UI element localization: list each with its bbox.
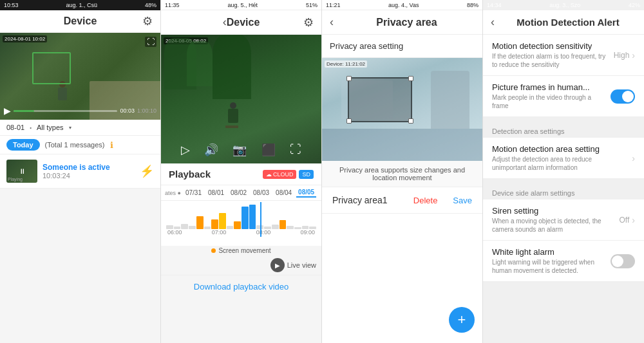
progress-fill-1 xyxy=(14,110,34,112)
screen-movement-text: Screen movement xyxy=(218,247,270,254)
device-header-2: ‹ Device ⚙ xyxy=(161,10,321,35)
filter-date-1[interactable]: 08-01 xyxy=(6,124,24,131)
filter-types-1[interactable]: All types xyxy=(37,124,64,131)
chevron-detection-area: › xyxy=(632,153,635,163)
settings-item-sensitivity[interactable]: Motion detection sensitivity If the dete… xyxy=(483,35,644,76)
date-2: aug. 5., Hét xyxy=(227,2,258,8)
toggle-frames[interactable] xyxy=(611,89,635,104)
sd-badge[interactable]: SD xyxy=(299,170,314,179)
camera-icons-1: ⛶ xyxy=(145,37,156,47)
privacy-box[interactable] xyxy=(348,77,412,122)
save-button[interactable]: Save xyxy=(453,196,472,205)
section-label-alarm: Device side alarm settings xyxy=(483,184,644,199)
t-bar-7 xyxy=(211,219,218,229)
activity-thumb-label: Playing xyxy=(8,177,23,181)
activity-item-1[interactable]: ⏸ Playing Someone is active 10:03:24 ⚡ xyxy=(0,154,160,189)
white-light-desc: Light warning will be triggered when hum… xyxy=(492,258,605,275)
cam-icon-fullscreen[interactable]: ⛶ xyxy=(145,37,156,47)
panel-device-2: 11:35 aug. 5., Hét 51% ‹ Device ⚙ 2024-0… xyxy=(161,0,322,343)
settings-section-detection: Motion detection area setting Adjust the… xyxy=(483,138,644,179)
status-bar-3: 11:21 aug. 4., Vas 88% xyxy=(322,0,482,10)
fab-add-button[interactable]: + xyxy=(449,307,475,333)
settings-section-alarm: Siren setting When a moving object is de… xyxy=(483,199,644,282)
privacy-area-name: Privacy area1 xyxy=(332,195,388,205)
settings-item-detection-area[interactable]: Motion detection area setting Adjust the… xyxy=(483,138,644,179)
toggle-white-light[interactable] xyxy=(611,254,635,268)
panel-privacy: 11:21 aug. 4., Vas 88% ‹ Privacy area Pr… xyxy=(322,0,483,343)
date-0805[interactable]: 08/05 xyxy=(296,188,316,198)
siren-title: Siren setting xyxy=(492,206,614,216)
status-bar-2: 11:35 aug. 5., Hét 51% xyxy=(161,0,321,10)
p3-header: ‹ Privacy area xyxy=(322,10,482,35)
t-bar-16 xyxy=(279,220,287,229)
download-btn[interactable]: Download playback video xyxy=(161,275,321,298)
t-bar-8 xyxy=(219,213,226,229)
white-light-left: White light alarm Light warning will be … xyxy=(492,247,605,275)
date-0804[interactable]: 08/04 xyxy=(274,189,294,197)
settings-item-siren[interactable]: Siren setting When a moving object is de… xyxy=(483,199,644,241)
settings-item-sensitivity-left: Motion detection sensitivity If the dete… xyxy=(492,41,609,69)
settings-section-main: Motion detection sensitivity If the dete… xyxy=(483,35,644,117)
p4-title: Motion Detection Alert xyxy=(500,17,636,28)
cloud-label: CLOUD xyxy=(273,171,294,178)
filter-row-1: 08-01 • All types ▾ xyxy=(0,120,160,136)
sensitivity-desc: If the detection alarm is too frequent, … xyxy=(492,52,609,69)
time-3: 11:21 xyxy=(326,2,341,8)
playback-title: Playback xyxy=(169,169,211,180)
gear-icon-1[interactable]: ⚙ xyxy=(142,14,153,28)
messages-text: (Total 1 messages) xyxy=(45,141,105,149)
date-0801[interactable]: 08/01 xyxy=(206,189,226,197)
frames-desc: Mark people in the video through a frame xyxy=(492,93,605,110)
gear-icon-2[interactable]: ⚙ xyxy=(303,15,314,30)
sensitivity-title: Motion detection sensitivity xyxy=(492,41,609,51)
progress-bar-1[interactable] xyxy=(14,110,117,112)
delete-button[interactable]: Delete xyxy=(413,196,438,205)
detection-area-title: Motion detection area setting xyxy=(492,144,624,154)
live-view-btn[interactable]: ▶ Live view xyxy=(161,255,321,275)
panel-device-1: 10:53 aug. 1., Csü 48% Device ⚙ 2024-08-… xyxy=(0,0,161,343)
t-bar-6 xyxy=(204,227,211,229)
battery-3: 88% xyxy=(467,2,478,8)
date-3: aug. 4., Vas xyxy=(388,2,419,8)
timeline-area[interactable]: 06:00 07:00 08:00 09:00 xyxy=(161,201,321,246)
live-view-text: Live view xyxy=(287,261,316,269)
playback-header: Playback ☁ CLOUD SD xyxy=(161,163,321,185)
settings-item-white-light[interactable]: White light alarm Light warning will be … xyxy=(483,241,644,282)
camera-icon-2[interactable]: 📷 xyxy=(232,143,247,157)
settings-item-picture-frames[interactable]: Picture frames in human... Mark people i… xyxy=(483,76,644,117)
status-bar-1: 10:53 aug. 1., Csü 48% xyxy=(0,0,160,10)
timeline-cursor xyxy=(260,202,261,237)
back-arrow-4[interactable]: ‹ xyxy=(491,15,495,29)
detection-area-desc: Adjust the detection area to reduce unim… xyxy=(492,155,624,172)
panel-motion-detection: 14:34 aug. 3., Szo 42% ‹ Motion Detectio… xyxy=(483,0,644,343)
pause-icon-1: ⏸ xyxy=(19,167,26,175)
fullscreen-icon-2[interactable]: ⛶ xyxy=(290,143,301,157)
today-button[interactable]: Today xyxy=(6,139,40,151)
activity-thumb-1: ⏸ Playing xyxy=(6,160,37,183)
record-icon-2[interactable]: ⬛ xyxy=(261,143,276,157)
dates-label: ates ● xyxy=(165,190,181,196)
privacy-area-row: Privacy area1 Delete Save xyxy=(322,187,482,214)
time-total-1: 1:00:10 xyxy=(137,107,156,114)
play-icon-2[interactable]: ▷ xyxy=(181,143,190,157)
chevron-sensitivity: › xyxy=(632,50,635,60)
section-label-detection: Detection area settings xyxy=(483,122,644,138)
storage-badges: ☁ CLOUD SD xyxy=(263,170,314,179)
frames-title: Picture frames in human... xyxy=(492,82,605,92)
detection-area-left: Motion detection area setting Adjust the… xyxy=(492,144,624,172)
tl-07: 07:00 xyxy=(212,229,227,236)
timeline-labels: 06:00 07:00 08:00 09:00 xyxy=(165,229,317,236)
volume-icon-2[interactable]: 🔊 xyxy=(204,143,218,157)
date-0731[interactable]: 07/31 xyxy=(184,189,204,197)
privacy-subtitle: Privacy area setting xyxy=(322,35,482,58)
cloud-badge[interactable]: ☁ CLOUD xyxy=(263,170,297,179)
screen-movement-label: Screen movement xyxy=(161,246,321,255)
date-0803[interactable]: 08/03 xyxy=(251,189,271,197)
t-bar-11 xyxy=(242,207,249,229)
camera-feed-3: Device: 11:21:02 xyxy=(322,58,482,161)
play-button-1[interactable]: ▶ xyxy=(4,106,11,116)
status-bar-4: 14:34 aug. 3., Szo 42% xyxy=(483,0,644,10)
date-0802[interactable]: 08/02 xyxy=(229,189,249,197)
feed3-overlay: Device: 11:21:02 xyxy=(325,60,367,68)
back-arrow-3[interactable]: ‹ xyxy=(330,15,334,29)
